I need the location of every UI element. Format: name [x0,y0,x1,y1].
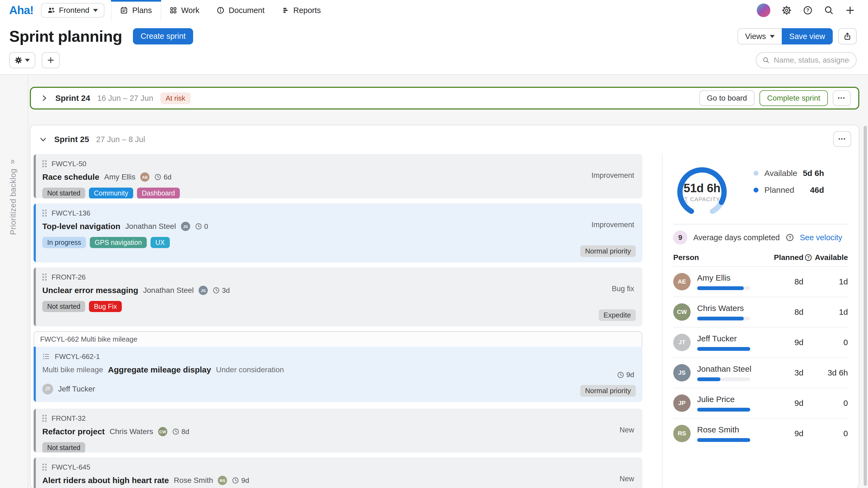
tag[interactable]: GPS navigation [90,237,147,248]
record-card[interactable]: FWCYL-50 Race schedule Amy Ellis AE 6d N… [34,154,642,198]
share-button[interactable] [838,28,857,44]
person-row[interactable]: RS Rose Smith 9d 0 [673,418,848,448]
planned-value: 9d [766,338,803,347]
record-title[interactable]: Unclear error messaging [42,286,138,295]
record-title[interactable]: Alert riders about high heart rate [42,476,169,485]
sprint-name[interactable]: Sprint 25 [54,135,89,144]
planned-value: 9d [766,429,803,438]
clock-icon [232,477,239,484]
plus-icon [47,56,55,64]
col-person: Person [673,253,766,262]
record-title[interactable]: Top-level navigation [42,222,120,231]
available-label: Available [764,169,797,178]
record-card[interactable]: FWCYL-136 Top-level navigation Jonathan … [34,203,642,262]
help-icon[interactable]: ? [786,233,794,241]
tag[interactable]: UX [151,237,170,248]
tab-plans[interactable]: Plans [111,0,161,21]
aha-logo[interactable]: Aha! [0,0,41,21]
save-view-button[interactable]: Save view [782,28,833,44]
assignee-name: Rose Smith [174,476,213,485]
record-title[interactable]: Aggregate mileage display [108,365,211,375]
info-icon [217,6,224,14]
chevron-right-icon[interactable] [40,94,48,102]
available-value: 0 [803,429,848,438]
record-title[interactable]: Race schedule [42,172,99,182]
status-tag[interactable]: Not started [42,188,85,198]
drag-handle-icon[interactable] [42,209,46,217]
complete-sprint-button[interactable]: Complete sprint [760,90,828,106]
priority-badge: Normal priority [580,385,636,397]
estimate: 0 [204,222,208,231]
record-title[interactable]: Refactor project [42,427,105,436]
avatar: JT [673,334,691,351]
person-row[interactable]: AE Amy Ellis 8d 1d [673,266,848,297]
record-key[interactable]: FWCYL-645 [52,463,90,471]
drag-handle-icon[interactable] [42,464,46,470]
add-row-button[interactable] [42,52,60,68]
tab-work[interactable]: Work [161,0,208,21]
tag[interactable]: Bug Fix [89,301,122,312]
backlog-rail-label: Prioritized backlog [9,169,18,235]
views-button[interactable]: Views [738,28,782,44]
assignee-avatar: JS [181,222,190,231]
status-tag[interactable]: Not started [42,442,85,453]
person-row[interactable]: JT Jeff Tucker 9d 0 [673,327,848,357]
capacity-donut: 51d 6h ∑ CAPACITY [673,163,731,221]
estimate: 3d [222,286,230,295]
feature-group-header[interactable]: FWCYL-662 Multi bike mileage [34,331,642,347]
sprint-menu-button[interactable]: ••• [833,90,850,106]
go-to-board-button[interactable]: Go to board [699,90,755,106]
expand-rail-icon[interactable]: » [7,159,17,164]
record-key[interactable]: FWCYL-662-1 [55,352,100,361]
capacity-bar [697,347,750,351]
sprint-name[interactable]: Sprint 24 [55,94,90,103]
record-key[interactable]: FRONT-26 [52,273,86,282]
see-velocity-link[interactable]: See velocity [800,233,842,242]
chevron-down-icon [25,59,30,62]
status-tag[interactable]: In progress [42,237,86,248]
help-icon[interactable]: ? [805,254,812,261]
record-key[interactable]: FRONT-32 [52,414,86,423]
create-sprint-button[interactable]: Create sprint [133,28,193,44]
chevron-down-icon[interactable] [39,135,47,143]
tab-reports[interactable]: Reports [273,0,330,21]
tag[interactable]: Dashboard [137,188,180,198]
avatar: CW [673,303,691,321]
user-avatar[interactable] [757,3,770,17]
workspace-switcher[interactable]: Frontend [41,3,104,18]
backlog-rail[interactable]: » Prioritized backlog [0,75,28,488]
person-name: Rose Smith [697,425,750,434]
record-key[interactable]: FWCYL-136 [52,209,90,218]
sprint-cards-list: FWCYL-50 Race schedule Amy Ellis AE 6d N… [30,154,662,488]
svg-text:?: ? [806,8,809,13]
record-card[interactable]: FWCYL-662-1 Multi bike mileage Aggregate… [34,347,642,402]
divider [673,224,848,225]
status-tag[interactable]: Not started [42,301,85,312]
record-card[interactable]: FWCYL-645 Alert riders about high heart … [34,457,642,488]
drag-handle-icon[interactable] [42,415,46,422]
help-icon[interactable]: ? [803,5,813,15]
drag-handle-icon[interactable] [42,160,46,167]
at-risk-badge: At risk [160,93,191,104]
search-icon[interactable] [824,5,834,15]
page-scrollbar[interactable] [864,126,867,486]
sprint-menu-button[interactable]: ••• [833,131,851,147]
create-plus-icon[interactable] [845,5,855,15]
view-settings-button[interactable] [9,52,35,68]
drag-handle-icon[interactable] [42,273,46,281]
person-name: Jonathan Steel [697,364,751,373]
record-key[interactable]: FWCYL-50 [52,160,87,168]
velocity-badge: 9 [673,230,687,245]
estimate: 9d [241,476,249,485]
record-card[interactable]: FRONT-26 Unclear error messaging Jonatha… [34,267,642,326]
filter-search-input[interactable] [774,56,849,65]
tab-document[interactable]: Document [208,0,273,21]
feature-prefix: Multi bike mileage [42,365,103,374]
person-row[interactable]: JP Julie Price 9d 0 [673,388,848,418]
planned-value: 46d [810,186,824,195]
person-row[interactable]: JS Jonathan Steel 3d 3d 6h [673,357,848,388]
person-row[interactable]: CW Chris Waters 8d 1d [673,297,848,327]
settings-gear-icon[interactable] [782,5,792,15]
record-card[interactable]: FRONT-32 Refactor project Chris Waters C… [34,409,642,453]
tag[interactable]: Community [89,188,133,198]
